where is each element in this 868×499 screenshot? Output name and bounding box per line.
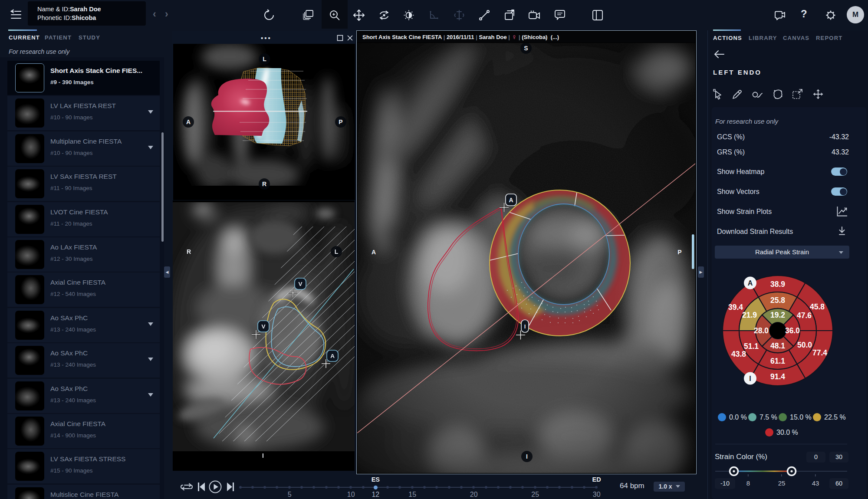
svg-text:28.0: 28.0: [754, 326, 769, 335]
svg-text:P: P: [339, 118, 342, 125]
svg-text:L: L: [335, 248, 339, 255]
svg-text:L: L: [263, 56, 266, 62]
svg-text:38.9: 38.9: [770, 280, 785, 289]
svg-text:A: A: [330, 353, 335, 359]
svg-text:A: A: [748, 279, 753, 287]
svg-text:I: I: [749, 375, 751, 382]
svg-text:V: V: [261, 323, 265, 330]
svg-text:50.0: 50.0: [797, 341, 812, 349]
svg-text:43.8: 43.8: [731, 350, 746, 358]
svg-text:47.6: 47.6: [797, 311, 812, 320]
svg-text:A: A: [186, 118, 191, 125]
svg-text:R: R: [187, 248, 191, 255]
svg-text:77.4: 77.4: [812, 348, 827, 357]
svg-text:I: I: [262, 452, 264, 459]
svg-text:S: S: [524, 45, 528, 52]
svg-text:25.8: 25.8: [770, 296, 785, 305]
svg-text:I: I: [524, 323, 526, 330]
svg-text:P: P: [677, 249, 681, 256]
svg-text:V: V: [298, 281, 302, 287]
svg-text:36.0: 36.0: [785, 326, 800, 335]
svg-text:A: A: [372, 249, 376, 256]
svg-text:A: A: [509, 197, 513, 204]
svg-text:45.8: 45.8: [810, 302, 825, 311]
svg-text:R: R: [262, 181, 266, 187]
svg-text:19.2: 19.2: [770, 311, 785, 319]
svg-text:91.4: 91.4: [770, 372, 785, 381]
svg-text:48.1: 48.1: [770, 341, 785, 350]
svg-text:21.9: 21.9: [742, 311, 757, 319]
svg-text:51.1: 51.1: [744, 342, 759, 351]
svg-text:I: I: [526, 453, 528, 460]
svg-text:61.1: 61.1: [770, 357, 785, 365]
svg-text:39.4: 39.4: [728, 303, 743, 312]
